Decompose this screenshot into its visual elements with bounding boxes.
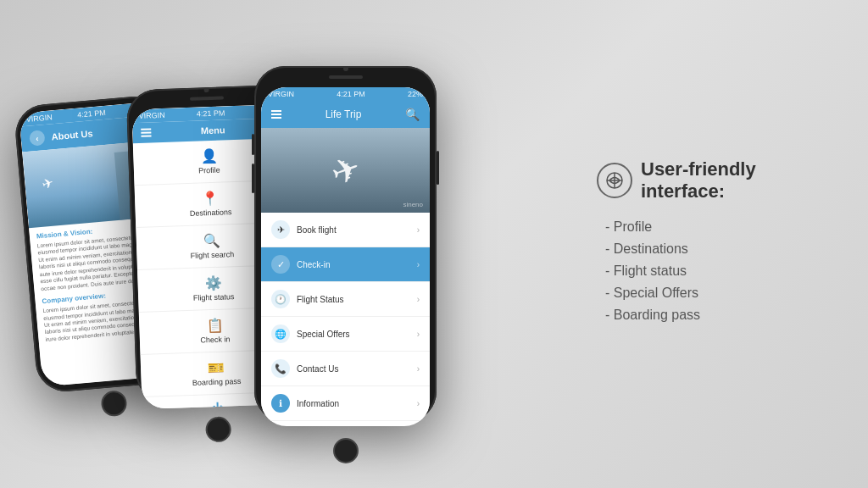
flight-search-label: Flight search <box>191 250 235 260</box>
time-phone2: 4:21 PM <box>197 108 225 118</box>
logout-icon: ⏻ <box>211 402 225 409</box>
flight-status-chevron: › <box>417 295 420 304</box>
destinations-label: Destinations <box>190 208 232 218</box>
phone-main-app: VIRGIN 4:21 PM 22% Life Trip 🔍 ✈ sineno … <box>254 66 437 422</box>
book-flight-chevron: › <box>417 225 420 235</box>
app-menu-list: ✈ Book flight › ✓ Check-in › 🕐 Flight St… <box>261 213 430 421</box>
hero-image-main: ✈ sineno <box>261 128 430 213</box>
menu-item-contact[interactable]: 📞 Contact Us › <box>261 352 430 386</box>
carrier-phone1: VIRGIN <box>25 113 53 124</box>
page-title-about: About Us <box>51 128 93 141</box>
app-name: Life Trip <box>326 108 362 120</box>
app-header: Life Trip 🔍 <box>261 101 430 128</box>
menu-title: Menu <box>201 125 225 136</box>
power-button <box>437 151 439 185</box>
special-offers-label: Special Offers <box>297 330 417 339</box>
boarding-label: Boarding pass <box>192 377 242 387</box>
speaker-phone3 <box>329 75 363 79</box>
checkin-icon: 📋 <box>206 318 224 335</box>
feature-boarding-pass: - Boarding pass <box>605 308 834 323</box>
info-panel: User-friendly interface: - Profile - Des… <box>597 158 834 330</box>
menu-item-book-flight[interactable]: ✈ Book flight › <box>261 213 430 247</box>
hero-plane-icon: ✈ <box>326 147 366 194</box>
profile-label: Profile <box>198 166 220 175</box>
search-icon[interactable]: 🔍 <box>405 108 420 121</box>
carrier-phone3: VIRGIN <box>268 90 294 98</box>
ui-icon <box>597 163 632 198</box>
hamburger-icon-main[interactable] <box>271 110 281 119</box>
speaker-phone2 <box>190 96 224 100</box>
flight-status-label2: Flight status <box>193 292 235 302</box>
flight-status-icon2: ⚙️ <box>204 275 222 292</box>
home-button-phone1[interactable] <box>100 390 128 418</box>
features-list: - Profile - Destinations - Flight status… <box>597 219 834 323</box>
feature-special-offers: - Special Offers <box>605 286 834 301</box>
information-chevron: › <box>417 399 420 408</box>
contact-label: Contact Us <box>297 364 417 374</box>
camera-phone3 <box>343 66 348 71</box>
info-title: User-friendly interface: <box>597 158 834 202</box>
volume-up-button <box>252 134 254 155</box>
contact-icon: 📞 <box>271 359 290 378</box>
checkin-chevron: › <box>417 260 420 269</box>
home-button-phone2[interactable] <box>205 416 231 442</box>
destinations-icon: 📍 <box>202 191 220 208</box>
time-phone1: 4:21 PM <box>77 108 106 119</box>
checkin-label: Check in <box>200 335 230 344</box>
feature-profile: - Profile <box>605 219 834 235</box>
carrier-phone2: VIRGIN <box>139 111 165 120</box>
volume-down-button <box>252 164 254 193</box>
menu-item-checkin-main[interactable]: ✓ Check-in › <box>261 247 430 282</box>
boarding-icon: 🎫 <box>208 360 225 377</box>
contact-chevron: › <box>417 364 420 374</box>
plane-icon: ✈ <box>40 174 56 192</box>
menu-item-information[interactable]: ℹ Information › <box>261 386 430 421</box>
information-label: Information <box>297 399 417 408</box>
status-bar-phone3: VIRGIN 4:21 PM 22% <box>261 87 430 101</box>
back-button[interactable]: ‹ <box>29 130 46 147</box>
feature-destinations: - Destinations <box>605 241 834 257</box>
menu-item-flight-status-main[interactable]: 🕐 Flight Status › <box>261 282 430 317</box>
special-offers-icon: 🌐 <box>271 324 290 343</box>
profile-icon: 👤 <box>200 148 218 165</box>
book-flight-icon: ✈ <box>271 220 290 239</box>
home-button-phone3[interactable] <box>333 438 359 463</box>
book-flight-label: Book flight <box>297 225 417 235</box>
camera-phone2 <box>204 87 209 92</box>
hero-overlay: sineno <box>403 201 423 208</box>
feature-flight-status: - Flight status <box>605 263 834 279</box>
flight-status-icon-main: 🕐 <box>271 290 290 308</box>
time-phone3: 4:21 PM <box>337 90 365 98</box>
flight-status-label-main: Flight Status <box>297 295 417 304</box>
checkin-icon-main: ✓ <box>271 255 290 274</box>
battery-phone3: 22% <box>408 90 423 98</box>
hamburger-icon[interactable] <box>141 128 151 136</box>
menu-item-special-offers[interactable]: 🌐 Special Offers › <box>261 317 430 352</box>
information-icon: ℹ <box>271 394 290 413</box>
flight-search-icon: 🔍 <box>203 233 221 250</box>
checkin-label-main: Check-in <box>297 260 417 269</box>
special-offers-chevron: › <box>417 330 420 339</box>
